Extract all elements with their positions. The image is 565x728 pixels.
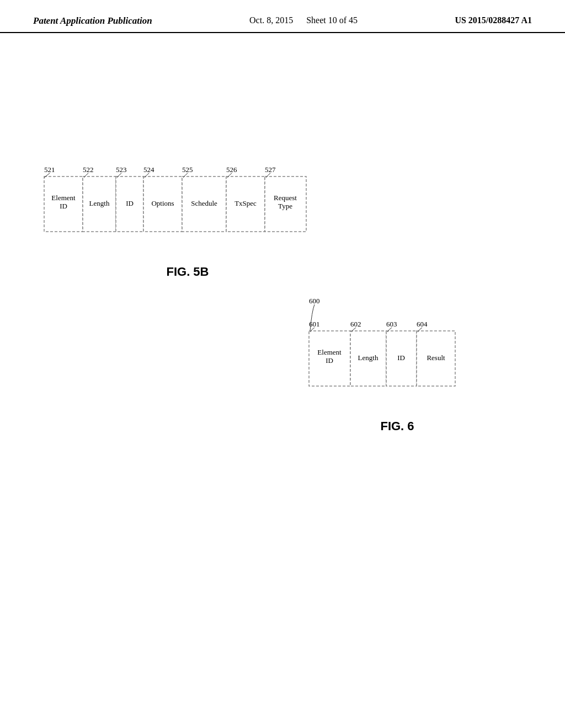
svg-text:ID: ID (60, 202, 67, 210)
svg-text:Options: Options (151, 199, 174, 207)
ref-603: 603 (386, 320, 397, 328)
ref-526: 526 (226, 165, 237, 174)
fig5b-label: FIG. 5B (166, 265, 209, 279)
svg-text:Type: Type (278, 202, 292, 210)
ref-524: 524 (143, 165, 154, 174)
svg-text:Request: Request (274, 194, 297, 202)
svg-text:ID: ID (397, 354, 405, 362)
svg-text:Element: Element (317, 348, 342, 356)
ref-522: 522 (83, 165, 94, 174)
ref-525: 525 (182, 165, 193, 174)
svg-text:Element: Element (51, 194, 76, 202)
svg-text:Schedule: Schedule (191, 199, 217, 207)
page: Patent Application Publication Oct. 8, 2… (0, 0, 565, 33)
svg-text:ID: ID (326, 356, 333, 365)
ref-527: 527 (265, 165, 276, 174)
svg-text:ID: ID (126, 199, 134, 207)
header-right: US 2015/0288427 A1 (455, 15, 532, 25)
ref-602: 602 (350, 320, 361, 328)
svg-text:Length: Length (358, 354, 379, 362)
ref-604: 604 (417, 320, 428, 328)
header-center: Oct. 8, 2015 Sheet 10 of 45 (249, 15, 358, 25)
ref-521: 521 (44, 165, 55, 174)
ref-601: 601 (309, 320, 320, 328)
header-sheet: Sheet 10 of 45 (306, 15, 358, 25)
svg-text:TxSpec: TxSpec (234, 199, 257, 207)
ref-600: 600 (309, 297, 320, 305)
ref-523: 523 (116, 165, 127, 174)
header-left: Patent Application Publication (33, 15, 152, 26)
page-header: Patent Application Publication Oct. 8, 2… (0, 0, 565, 33)
svg-text:Result: Result (427, 354, 445, 362)
header-date: Oct. 8, 2015 (249, 15, 293, 25)
svg-text:Length: Length (89, 199, 110, 207)
fig6-label: FIG. 6 (380, 419, 414, 433)
